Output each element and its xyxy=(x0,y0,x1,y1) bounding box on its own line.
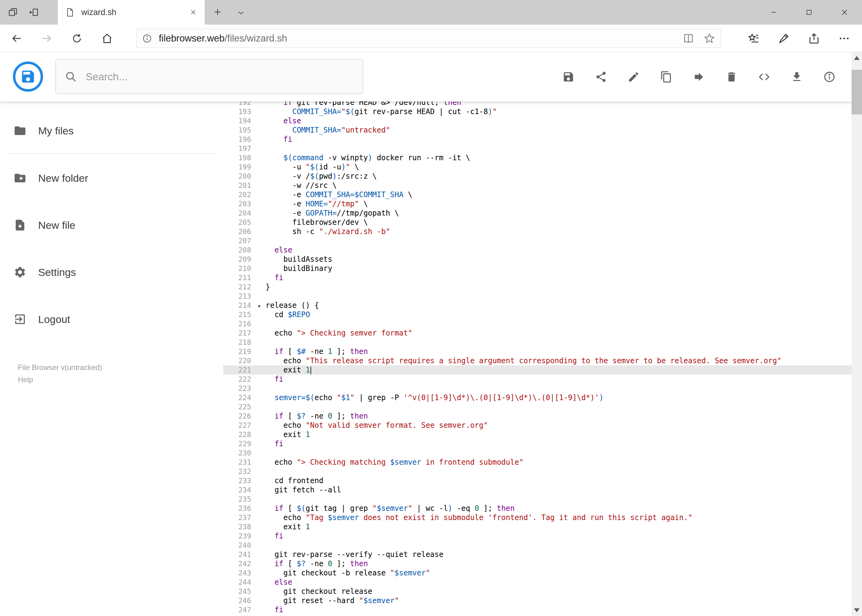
favorites-hub-icon[interactable] xyxy=(747,32,760,45)
raw-editor-button[interactable] xyxy=(758,71,770,83)
code-line-226[interactable]: 226 if [ $? -ne 0 ]; then xyxy=(223,412,862,421)
sidebar-item-settings[interactable]: Settings xyxy=(0,255,223,289)
forward-button[interactable] xyxy=(41,33,52,44)
code-line-213[interactable]: 213 xyxy=(223,292,862,301)
code-line-244[interactable]: 244 else xyxy=(223,578,862,587)
code-line-209[interactable]: 209 buildAssets xyxy=(223,255,862,264)
code-line-205[interactable]: 205 filebrowser/dev \ xyxy=(223,218,862,227)
code-line-214[interactable]: 214▾release () { xyxy=(223,301,862,310)
copy-button[interactable] xyxy=(660,71,673,83)
code-line-237[interactable]: 237 echo "Tag $semver does not exist in … xyxy=(223,513,862,522)
code-line-243[interactable]: 243 git checkout -b release "$semver" xyxy=(223,568,862,578)
code-line-203[interactable]: 203 -e HOME="//tmp" \ xyxy=(223,199,862,209)
code-line-235[interactable]: 235 xyxy=(223,495,862,504)
code-line-221[interactable]: 221 exit 1 xyxy=(223,365,862,375)
scrollbar-thumb[interactable] xyxy=(851,70,862,115)
web-note-pen-icon[interactable] xyxy=(778,32,790,45)
save-button[interactable] xyxy=(562,71,575,83)
home-button[interactable] xyxy=(102,33,113,44)
code-line-202[interactable]: 202 -e COMMIT_SHA=$COMMIT_SHA \ xyxy=(223,190,862,199)
code-line-242[interactable]: 242 if [ $? -ne 0 ]; then xyxy=(223,559,862,568)
filebrowser-logo[interactable] xyxy=(13,61,43,92)
download-button[interactable] xyxy=(791,71,803,83)
code-line-216[interactable]: 216 xyxy=(223,319,862,328)
code-line-201[interactable]: 201 -w //src \ xyxy=(223,181,862,190)
move-button[interactable] xyxy=(693,71,705,83)
code-line-227[interactable]: 227 echo "Not valid semver format. See s… xyxy=(223,421,862,430)
code-line-236[interactable]: 236 if [ $(git tag | grep "$semver" | wc… xyxy=(223,504,862,513)
code-line-229[interactable]: 229 fi xyxy=(223,439,862,448)
code-line-211[interactable]: 211 fi xyxy=(223,273,862,282)
set-tabs-aside-icon[interactable] xyxy=(29,7,39,17)
new-tab-button[interactable] xyxy=(212,7,223,17)
code-line-192[interactable]: 192 if git rev-parse HEAD &> /dev/null; … xyxy=(223,102,862,107)
scroll-down-arrow-icon[interactable] xyxy=(854,608,860,612)
minimize-button[interactable] xyxy=(756,0,791,25)
code-line-197[interactable]: 197 xyxy=(223,144,862,153)
code-line-247[interactable]: 247 fi xyxy=(223,605,862,614)
code-line-207[interactable]: 207 xyxy=(223,236,862,245)
code-line-219[interactable]: 219 if [ $# -ne 1 ]; then xyxy=(223,347,862,356)
code-line-208[interactable]: 208 else xyxy=(223,245,862,255)
code-line-206[interactable]: 206 sh -c "./wizard.sh -b" xyxy=(223,227,862,236)
sidebar-item-new-file[interactable]: New file xyxy=(0,208,223,242)
code-line-224[interactable]: 224 semver=$(echo "$1" | grep -P '^v(0|[… xyxy=(223,393,862,402)
code-line-245[interactable]: 245 git checkout release xyxy=(223,587,862,596)
code-line-233[interactable]: 233 cd frontend xyxy=(223,476,862,485)
code-line-215[interactable]: 215 cd $REPO xyxy=(223,310,862,319)
more-ellipsis-icon[interactable] xyxy=(838,32,850,45)
maximize-button[interactable] xyxy=(791,0,827,25)
code-line-241[interactable]: 241 git rev-parse --verify --quiet relea… xyxy=(223,550,862,559)
code-line-232[interactable]: 232 xyxy=(223,467,862,476)
refresh-button[interactable] xyxy=(71,33,82,44)
page-scrollbar[interactable] xyxy=(851,52,862,616)
share-page-icon[interactable] xyxy=(808,32,820,45)
sidebar-item-logout[interactable]: Logout xyxy=(0,302,223,336)
code-line-234[interactable]: 234 git fetch --all xyxy=(223,485,862,495)
scroll-up-arrow-icon[interactable] xyxy=(854,56,860,60)
favorite-star-icon[interactable] xyxy=(703,33,715,44)
code-line-246[interactable]: 246 git reset --hard "$semver" xyxy=(223,596,862,605)
sidebar-item-my-files[interactable]: My files xyxy=(0,114,223,148)
tab-list-chevron-icon[interactable] xyxy=(236,8,246,17)
page-info-icon[interactable] xyxy=(142,33,152,43)
code-line-210[interactable]: 210 buildBinary xyxy=(223,264,862,273)
reading-view-icon[interactable] xyxy=(682,33,694,44)
delete-button[interactable] xyxy=(725,71,738,83)
code-line-220[interactable]: 220 echo "This release script requires a… xyxy=(223,356,862,365)
search-input[interactable] xyxy=(85,71,354,83)
code-line-194[interactable]: 194 else xyxy=(223,116,862,126)
help-link[interactable]: Help xyxy=(18,374,102,386)
code-line-222[interactable]: 222 fi xyxy=(223,375,862,384)
fold-marker-icon[interactable]: ▾ xyxy=(258,302,260,311)
close-window-button[interactable] xyxy=(827,0,862,25)
code-line-200[interactable]: 200 -v /$(pwd):/src:z \ xyxy=(223,171,862,181)
code-line-212[interactable]: 212} xyxy=(223,282,862,292)
code-line-239[interactable]: 239 fi xyxy=(223,531,862,541)
code-line-196[interactable]: 196 fi xyxy=(223,135,862,144)
code-line-238[interactable]: 238 exit 1 xyxy=(223,522,862,531)
code-line-225[interactable]: 225 xyxy=(223,402,862,412)
sidebar-item-new-folder[interactable]: New folder xyxy=(0,161,223,195)
code-line-204[interactable]: 204 -e GOPATH=//tmp/gopath \ xyxy=(223,209,862,218)
code-editor[interactable]: 192 if git rev-parse HEAD &> /dev/null; … xyxy=(223,102,862,616)
code-line-217[interactable]: 217 echo "> Checking semver format" xyxy=(223,328,862,338)
search-box[interactable] xyxy=(55,59,363,94)
code-line-228[interactable]: 228 exit 1 xyxy=(223,430,862,439)
code-line-231[interactable]: 231 echo "> Checking matching $semver in… xyxy=(223,457,862,467)
tab-preview-icon[interactable] xyxy=(8,7,18,17)
code-line-218[interactable]: 218 xyxy=(223,338,862,347)
info-button[interactable] xyxy=(823,71,835,83)
code-line-195[interactable]: 195 COMMIT_SHA="untracked" xyxy=(223,126,862,135)
code-line-230[interactable]: 230 xyxy=(223,448,862,457)
browser-tab[interactable]: wizard.sh xyxy=(58,0,205,25)
code-line-223[interactable]: 223 xyxy=(223,384,862,393)
share-button[interactable] xyxy=(595,71,607,83)
rename-button[interactable] xyxy=(627,71,640,83)
code-line-240[interactable]: 240 xyxy=(223,541,862,550)
code-line-199[interactable]: 199 -u "$(id -u)" \ xyxy=(223,162,862,171)
address-bar[interactable]: filebrowser.web/files/wizard.sh xyxy=(136,29,721,48)
code-line-198[interactable]: 198 $(command -v winpty) docker run --rm… xyxy=(223,153,862,162)
tab-close-icon[interactable] xyxy=(189,8,197,16)
back-button[interactable] xyxy=(11,33,22,44)
